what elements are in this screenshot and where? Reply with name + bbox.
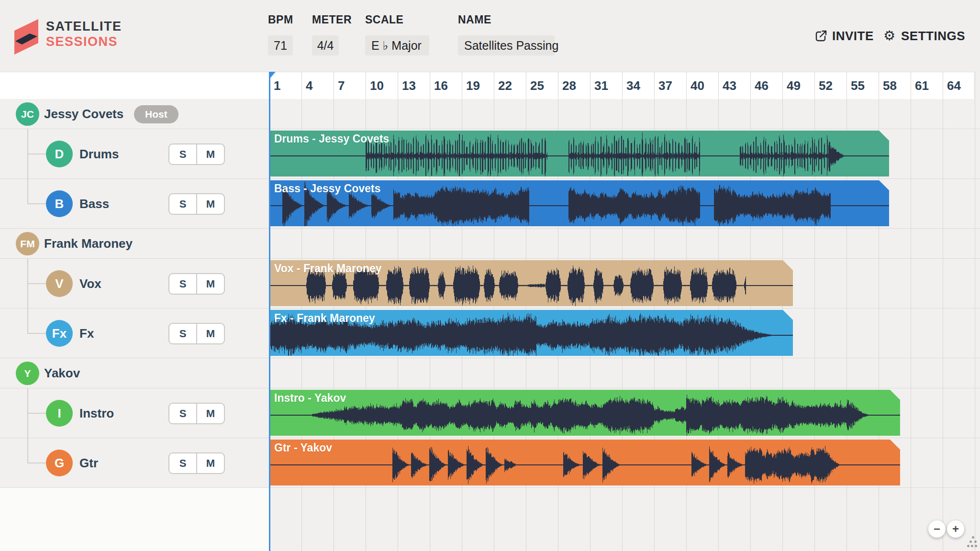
header-field: BPM 71 — [268, 13, 293, 26]
solo-button[interactable]: S — [169, 404, 196, 423]
tree-connector-vertical — [27, 179, 28, 204]
track-avatar: Fx — [46, 320, 73, 347]
field-label: METER — [312, 13, 352, 26]
mute-button[interactable]: M — [196, 453, 224, 473]
clip-label: Drums - Jessy Covets — [274, 132, 389, 145]
header-field: NAME Satellites Passing — [458, 13, 491, 26]
field-label: SCALE — [365, 13, 403, 26]
track-name: Gtr — [79, 438, 98, 488]
user-row: JC Jessy Covets Host — [0, 99, 980, 129]
ruler-label: 37 — [658, 72, 672, 99]
settings-label: SETTINGS — [901, 29, 965, 44]
invite-label: INVITE — [832, 29, 874, 44]
grip-dot — [975, 545, 977, 547]
waveform-canvas — [269, 440, 900, 485]
invite-button[interactable]: INVITE — [814, 27, 874, 45]
solo-mute-group: S M — [168, 273, 225, 295]
ruler-label: 58 — [883, 72, 897, 99]
user-name: Frank Maroney — [44, 229, 133, 259]
audio-clip[interactable]: Bass - Jessy Covets — [269, 180, 889, 226]
user-row: FM Frank Maroney — [0, 229, 980, 259]
user-name: Yakov — [44, 358, 80, 388]
mute-button[interactable]: M — [196, 404, 224, 423]
field-value-box[interactable]: E ♭ Major — [365, 35, 429, 55]
plus-icon: + — [952, 523, 959, 535]
track-avatar: I — [46, 400, 73, 427]
ruler-label: 46 — [755, 72, 768, 99]
field-value-box[interactable]: Satellites Passing — [458, 35, 555, 55]
audio-clip[interactable]: Instro - Yakov — [269, 390, 900, 436]
audio-clip[interactable]: Drums - Jessy Covets — [269, 131, 889, 176]
solo-button[interactable]: S — [169, 274, 196, 294]
user-avatar: JC — [16, 102, 39, 126]
track-name: Bass — [79, 179, 109, 229]
track-name: Fx — [79, 309, 94, 358]
clip-label: Fx - Frank Maroney — [274, 312, 375, 325]
solo-button[interactable]: S — [169, 144, 196, 164]
ruler-label: 4 — [306, 72, 312, 99]
ruler-label: 10 — [370, 72, 384, 99]
user-name: Jessy Covets — [44, 99, 123, 129]
zoom-in-button[interactable]: + — [947, 520, 964, 538]
ruler-label: 7 — [338, 72, 345, 99]
zoom-out-button[interactable]: − — [928, 520, 946, 538]
playhead-flag-icon — [270, 72, 276, 78]
solo-mute-group: S M — [168, 193, 225, 215]
ruler-label: 19 — [466, 72, 480, 99]
gear-icon: ⚙ — [883, 29, 897, 43]
ruler-label: 52 — [819, 72, 833, 99]
track-name: Instro — [79, 388, 114, 438]
clip-label: Vox - Frank Maroney — [274, 262, 382, 275]
solo-button[interactable]: S — [169, 453, 196, 473]
ruler-label: 64 — [947, 72, 961, 99]
ruler-label: 25 — [530, 72, 544, 99]
app-root: SATELLITE SESSIONS BPM 71 METER 4/4 SCAL… — [0, 0, 980, 551]
header: SATELLITE SESSIONS BPM 71 METER 4/4 SCAL… — [0, 0, 980, 72]
sidebar-footer — [0, 488, 269, 551]
mute-button[interactable]: M — [196, 274, 224, 294]
playhead[interactable] — [269, 72, 270, 551]
field-value-box[interactable]: 4/4 — [312, 35, 339, 55]
field-label: BPM — [268, 13, 293, 26]
track-name: Vox — [79, 259, 101, 309]
grip-dot — [967, 545, 969, 547]
ruler-label: 31 — [594, 72, 608, 99]
ruler-label: 13 — [402, 72, 416, 99]
header-field: SCALE E ♭ Major — [365, 13, 403, 26]
mute-button[interactable]: M — [196, 194, 224, 214]
mute-button[interactable]: M — [196, 144, 224, 164]
tree-connector-vertical — [27, 438, 28, 463]
solo-button[interactable]: S — [169, 324, 196, 343]
solo-mute-group: S M — [168, 452, 225, 474]
ruler-label: 22 — [498, 72, 512, 99]
settings-button[interactable]: ⚙ SETTINGS — [883, 27, 965, 45]
grip-dot — [974, 540, 977, 543]
grip-dot — [972, 536, 974, 539]
audio-clip[interactable]: Fx - Frank Maroney — [269, 310, 793, 356]
mute-button[interactable]: M — [196, 324, 224, 343]
track-avatar: B — [46, 190, 73, 217]
ruler-label: 28 — [562, 72, 576, 99]
host-badge: Host — [134, 105, 178, 123]
timeline-ruler[interactable]: 1471013161922252831343740434649525558616… — [0, 72, 974, 99]
solo-mute-group: S M — [168, 143, 225, 165]
solo-button[interactable]: S — [169, 194, 196, 214]
ruler-label: 43 — [723, 72, 736, 99]
ruler-label: 40 — [690, 72, 704, 99]
waveform-canvas — [269, 390, 900, 436]
grip-dot — [969, 540, 972, 543]
track-avatar: D — [46, 141, 73, 167]
audio-clip[interactable]: Gtr - Yakov — [269, 440, 900, 485]
clip-label: Gtr - Yakov — [274, 441, 332, 454]
tree-connector-vertical — [27, 309, 28, 333]
resize-grip[interactable] — [966, 535, 979, 548]
field-value-box[interactable]: 71 — [268, 35, 293, 55]
user-avatar: Y — [16, 362, 39, 385]
field-label: NAME — [458, 13, 491, 26]
ruler-label: 55 — [851, 72, 865, 99]
audio-clip[interactable]: Vox - Frank Maroney — [269, 260, 793, 306]
ruler-label: 61 — [915, 72, 929, 99]
solo-mute-group: S M — [168, 323, 225, 344]
track-name: Drums — [79, 129, 119, 179]
app-logo-icon — [14, 17, 38, 55]
